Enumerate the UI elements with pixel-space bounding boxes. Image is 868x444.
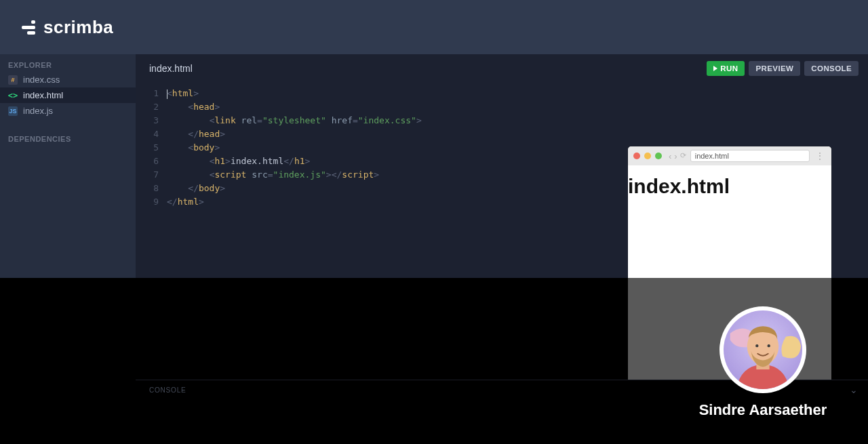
file-label: index.html	[23, 90, 63, 100]
editor-actions: RUN PREVIEW CONSOLE	[707, 61, 859, 76]
preview-button[interactable]: PREVIEW	[749, 61, 800, 76]
avatar-ring	[719, 306, 806, 393]
file-label: index.css	[23, 75, 60, 85]
console-button[interactable]: CONSOLE	[804, 61, 859, 76]
sidebar-section-explorer: EXPLORER	[0, 54, 136, 72]
back-icon[interactable]: ‹	[669, 151, 671, 161]
run-button[interactable]: RUN	[707, 61, 745, 76]
preview-nav-arrows: ‹ › ⟳	[669, 151, 686, 161]
console-label: CONSOLE	[149, 386, 186, 394]
reload-icon[interactable]: ⟳	[680, 151, 686, 161]
kebab-menu-icon[interactable]: ⋮	[814, 150, 826, 161]
sidebar-section-dependencies: DEPENDENCIES	[0, 128, 136, 146]
traffic-light-close-icon[interactable]	[633, 153, 640, 159]
brand-name: scrimba	[43, 17, 113, 38]
forward-icon[interactable]: ›	[674, 151, 677, 161]
brand-logo[interactable]: scrimba	[22, 17, 113, 38]
preview-url-input[interactable]	[690, 150, 810, 162]
file-item-index-html[interactable]: <> index.html	[0, 87, 136, 103]
css-file-icon: #	[8, 75, 18, 85]
chevron-down-icon[interactable]: ⌄	[850, 384, 859, 395]
preview-body: index.html	[628, 165, 831, 198]
sidebar: EXPLORER # index.css <> index.html JS in…	[0, 54, 136, 278]
line-gutter: 123456789	[136, 87, 167, 278]
instructor-avatar[interactable]	[724, 310, 802, 389]
svg-point-3	[755, 344, 758, 347]
traffic-light-minimize-icon[interactable]	[644, 153, 651, 159]
preview-chrome: ‹ › ⟳ ⋮	[628, 146, 831, 165]
html-file-icon: <>	[8, 91, 18, 100]
file-item-index-js[interactable]: JS index.js	[0, 103, 136, 119]
instructor-badge: Sindre Aarsaether	[692, 306, 834, 419]
editor-tabbar: index.html RUN PREVIEW CONSOLE	[136, 54, 868, 81]
js-file-icon: JS	[8, 106, 18, 116]
traffic-light-zoom-icon[interactable]	[655, 153, 662, 159]
preview-heading: index.html	[628, 175, 831, 198]
scrimba-logo-icon	[22, 20, 35, 35]
app-header: scrimba	[0, 0, 868, 54]
file-item-index-css[interactable]: # index.css	[0, 72, 136, 87]
svg-point-4	[768, 344, 770, 347]
open-file-tab[interactable]: index.html	[149, 63, 193, 74]
instructor-name: Sindre Aarsaether	[692, 401, 834, 419]
file-label: index.js	[23, 106, 53, 116]
code-content: <html> <head> <link rel="stylesheet" hre…	[167, 87, 422, 278]
play-icon	[713, 66, 717, 71]
